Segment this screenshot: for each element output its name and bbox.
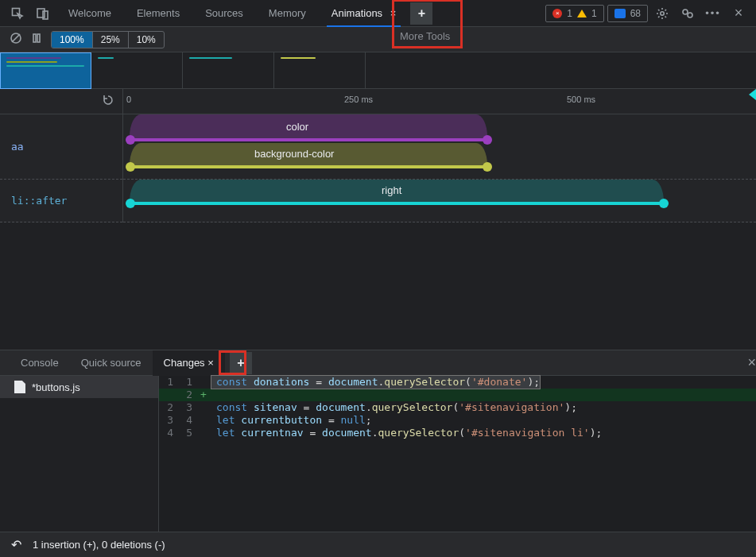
lane-liafter: right [123,180,756,222]
settings-gear-icon[interactable] [651,2,673,25]
tab-elements[interactable]: Elements [126,0,191,27]
more-tools-tooltip: More Tools [400,30,450,42]
file-icon [14,381,25,393]
svg-point-5 [688,13,692,17]
animations-toolbar: 100% 25% 10% [0,27,756,52]
drawer-tab-changes-label: Changes [164,357,205,369]
tab-sources[interactable]: Sources [194,0,254,27]
tick-250: 250 ms [344,95,373,104]
messages-counter[interactable]: 68 [607,5,648,22]
changes-file-name: *buttons.js [32,381,80,393]
anim-bgcolor-start-handle[interactable] [126,162,135,172]
drawer-tab-quicksource[interactable]: Quick source [70,350,153,376]
anim-color-bar[interactable] [130,138,487,141]
anim-bgcolor-bar[interactable] [130,165,487,168]
warning-icon [577,10,587,17]
drawer-tab-console[interactable]: Console [10,350,70,376]
lane-aa: color background-color [123,114,756,180]
svg-rect-8 [33,34,36,42]
anim-right-label: right [382,184,401,196]
anim-color-end-handle[interactable] [483,135,492,145]
tab-welcome[interactable]: Welcome [57,0,122,27]
more-tabs-button[interactable]: + [410,2,432,25]
animation-lanes: aa li::after color background-color righ… [0,114,756,222]
drawer-tab-changes[interactable]: Changes × [153,350,225,376]
drawer-tab-bar: Console Quick source Changes × + × [0,350,756,376]
animation-group-3[interactable] [183,52,274,89]
replay-icon[interactable] [102,94,114,109]
lane-label-aa[interactable]: aa [0,114,122,180]
close-devtools-icon[interactable]: × [727,2,750,25]
clear-icon[interactable] [10,32,22,47]
speed-25[interactable]: 25% [93,32,129,48]
drawer-more-tabs-button[interactable]: + [230,352,252,374]
close-icon[interactable]: × [207,357,214,369]
drawer-panel: Console Quick source Changes × + × *butt… [0,350,756,557]
timeline-ruler: 0 250 ms 500 ms [0,89,756,114]
anim-bgcolor-label: background-color [254,148,334,160]
issues-counter[interactable]: × 1 1 [545,5,603,22]
speed-10[interactable]: 10% [129,32,164,48]
pause-icon[interactable] [30,32,43,47]
animation-group-2[interactable] [91,52,183,89]
svg-line-7 [12,34,20,42]
tab-animations-label: Animations [331,7,382,19]
tab-memory[interactable]: Memory [258,0,317,27]
changes-file-item[interactable]: *buttons.js [0,376,158,398]
anim-right-bar[interactable] [130,202,664,205]
playback-speed-group: 100% 25% 10% [51,31,165,48]
anim-right-start-handle[interactable] [126,199,135,208]
tick-0: 0 [126,95,131,104]
device-toggle-icon[interactable] [32,2,54,25]
message-icon [614,9,626,18]
animation-group-1[interactable] [0,52,91,89]
changes-summary: 1 insertion (+), 0 deletions (-) [33,539,165,551]
changes-file-tree: *buttons.js [0,376,159,532]
error-icon: × [552,9,562,18]
warning-count: 1 [591,8,597,19]
tick-500: 500 ms [567,95,595,104]
speed-100[interactable]: 100% [52,32,93,48]
tab-animations[interactable]: Animations × [320,0,408,27]
message-count: 68 [630,8,641,19]
close-icon[interactable]: × [390,7,397,19]
svg-point-4 [683,10,688,14]
lane-label-liafter[interactable]: li::after [0,180,122,222]
changes-diff-view[interactable]: 11 const donations = document.querySelec… [159,376,756,532]
animation-group-4[interactable] [274,52,366,89]
playhead-marker[interactable] [749,89,756,100]
experiments-icon[interactable] [677,2,699,25]
anim-bgcolor-end-handle[interactable] [483,162,492,172]
main-tab-bar: Welcome Elements Sources Memory Animatio… [0,0,756,27]
animation-groups-strip [0,52,756,89]
anim-right-end-handle[interactable] [659,199,669,208]
error-count: 1 [567,8,572,19]
revert-icon[interactable]: ↶ [11,537,21,552]
more-menu-icon[interactable]: ••• [702,2,724,25]
anim-color-label: color [286,121,308,133]
drawer-close-icon[interactable]: × [747,354,756,371]
svg-point-3 [661,11,664,14]
anim-color-start-handle[interactable] [126,135,135,145]
ruler-ticks[interactable]: 0 250 ms 500 ms [123,89,756,114]
inspect-element-icon[interactable] [6,2,29,25]
svg-rect-9 [37,34,40,42]
changes-status-bar: ↶ 1 insertion (+), 0 deletions (-) [0,532,756,557]
